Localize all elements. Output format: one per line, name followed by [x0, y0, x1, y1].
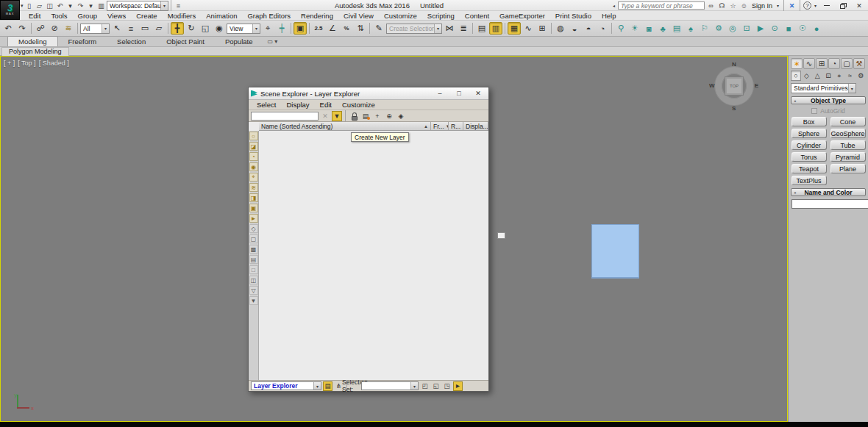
app-menu-chevron-icon[interactable]: ▾ — [21, 3, 24, 9]
restore-button[interactable] — [836, 1, 850, 10]
menubar-item-graph-editors[interactable]: Graph Editors — [242, 11, 296, 21]
menubar-item-edit[interactable]: Edit — [24, 11, 46, 21]
subcat-cameras[interactable]: ⊡ — [823, 71, 833, 81]
render-setup-icon[interactable]: ◒ — [568, 22, 581, 35]
chevron-down-icon[interactable]: ▾ — [160, 1, 168, 10]
lock-cell-editing-icon[interactable] — [349, 111, 359, 121]
application-button[interactable]: 3 MAX — [0, 0, 20, 20]
chevron-down-icon[interactable]: ▾ — [86, 1, 96, 10]
circle-icon[interactable]: ○ — [249, 132, 258, 140]
add-to-layer-icon[interactable]: + — [372, 111, 383, 121]
compass-south-label[interactable]: S — [732, 105, 736, 112]
plane-button[interactable]: Plane — [830, 164, 866, 173]
polygon-modeling-panel-tab[interactable]: Polygon Modeling — [1, 47, 69, 56]
sort-arrow-icon[interactable]: ▲ — [422, 124, 428, 129]
select-layer-objects-icon[interactable]: ◈ — [396, 111, 406, 121]
waves-icon[interactable]: ≋ — [249, 183, 258, 192]
viewport-general-menu[interactable]: [ + ] — [4, 60, 15, 67]
percent-snap-icon[interactable]: % — [340, 22, 353, 35]
panel-tab-modify[interactable]: ∿ — [803, 58, 815, 69]
split-icon[interactable]: ◫ — [249, 276, 258, 284]
compass-east-label[interactable]: E — [755, 82, 758, 89]
spinner-snap-icon[interactable]: ⇅ — [354, 22, 367, 35]
keyboard-override-icon[interactable]: ▣ — [294, 22, 307, 35]
gear-icon[interactable]: ⚙ — [712, 22, 725, 35]
eye-icon[interactable]: ☉ — [796, 22, 809, 35]
ribbon-tab-populate[interactable]: Populate — [215, 37, 263, 46]
selection-set-dropdown[interactable]: ▾ — [361, 381, 419, 390]
redo-icon[interactable]: ↷ — [15, 22, 29, 35]
diamond-icon[interactable]: ◇ — [249, 224, 258, 233]
box-icon[interactable]: □ — [249, 265, 258, 274]
chevron-down-icon[interactable]: ▾ — [313, 382, 321, 390]
trees-icon[interactable]: ♣ — [656, 22, 669, 35]
named-sets-dropdown[interactable]: Create Selection Se▾ — [386, 24, 442, 34]
chevron-down-icon[interactable]: ▾ — [434, 24, 441, 33]
search-flyout-icon[interactable]: ◂ — [611, 1, 616, 10]
sign-in-button[interactable]: Sign In — [750, 1, 774, 10]
rectangular-region-icon[interactable]: ▭ — [138, 22, 152, 35]
list-icon[interactable]: ▤ — [249, 255, 258, 264]
menubar-item-help[interactable]: Help — [597, 11, 622, 21]
geosphere-button[interactable]: GeoSphere — [830, 129, 866, 138]
save-file-icon[interactable]: ◫ — [45, 1, 54, 10]
object-type-rollout-header[interactable]: - Object Type — [791, 96, 866, 104]
tree-icon[interactable]: ♠ — [684, 22, 697, 35]
ribbon-tab-object-paint[interactable]: Object Paint — [156, 37, 215, 46]
curve-editor-icon[interactable]: ∿ — [522, 22, 535, 35]
viewport-pov-menu[interactable]: [ Top ] — [18, 60, 35, 67]
se-menu-customize[interactable]: Customize — [337, 101, 380, 109]
subtract-selection-set-icon[interactable]: ◱ — [431, 381, 441, 391]
explorer-category-dropdown[interactable]: Layer Explorer▾ — [251, 381, 321, 390]
menubar-item-print-studio[interactable]: Print Studio — [550, 11, 597, 21]
ribbon-overflow-icon[interactable]: ▭ ▾ — [263, 37, 282, 46]
ribbon-tab-selection[interactable]: Selection — [107, 37, 156, 46]
chevron-down-icon[interactable]: ▾ — [813, 1, 818, 10]
column-frozen[interactable]: Fr...▼ — [431, 122, 449, 130]
redo-icon[interactable]: ↷ — [76, 1, 85, 10]
dialog-titlebar[interactable]: Scene Explorer - Layer Explorer – □ ✕ — [249, 87, 488, 100]
sun-icon[interactable]: ☀ — [628, 22, 641, 35]
target-icon[interactable]: ◉ — [249, 162, 258, 171]
layers-icon[interactable]: ◪ — [249, 142, 258, 151]
menubar-item-tools[interactable]: Tools — [46, 11, 72, 21]
se-menu-display[interactable]: Display — [281, 101, 314, 109]
manage-layers-icon[interactable]: ▤ — [475, 22, 488, 35]
column-render[interactable]: R... — [449, 122, 463, 130]
floating-mini-toolbar[interactable] — [497, 232, 505, 239]
dialog-maximize-button[interactable]: □ — [451, 89, 467, 98]
snap-toggle-icon[interactable]: 2.5 — [312, 22, 325, 35]
select-and-move-icon[interactable]: ╋ — [171, 22, 184, 35]
render-production-icon[interactable]: ◔ — [596, 22, 609, 35]
user-icon[interactable]: ☺ — [739, 1, 749, 10]
page-icon[interactable]: ▢ — [249, 234, 258, 243]
undo-icon[interactable]: ↶ — [1, 22, 15, 35]
sphere-button[interactable]: Sphere — [791, 129, 827, 138]
column-display[interactable]: Displa... — [463, 122, 488, 130]
chevron-down-icon[interactable]: ▾ — [65, 1, 75, 10]
subcat-geometry[interactable]: ○ — [791, 71, 801, 81]
menubar-item-content[interactable]: Content — [460, 11, 494, 21]
scene-explorer-icon[interactable]: ▥ — [489, 22, 502, 35]
subcat-shapes[interactable]: ◇ — [802, 71, 812, 81]
grid-icon[interactable]: ▩ — [249, 245, 258, 254]
menubar-item-views[interactable]: Views — [102, 11, 131, 21]
help-icon[interactable]: ? — [803, 1, 811, 10]
project-folder-icon[interactable]: ▥ — [96, 1, 106, 10]
communication-center-icon[interactable]: ✕ — [787, 1, 797, 10]
select-object-icon[interactable]: ↖ — [110, 22, 124, 35]
panel-tab-motion[interactable]: ◔ — [828, 58, 840, 69]
reference-coordinate-dropdown[interactable]: View▾ — [227, 24, 260, 34]
column-name[interactable]: Name (Sorted Ascending)▲ — [259, 122, 431, 130]
subcat-helpers[interactable]: ⌖ — [834, 71, 844, 81]
layers-view-icon[interactable]: ▤ — [323, 381, 332, 391]
primitive-category-dropdown[interactable]: Standard Primitives ▾ — [791, 83, 856, 93]
cone-button[interactable]: Cone — [830, 117, 866, 126]
panel-tab-utilities[interactable]: ⚒ — [853, 58, 865, 69]
viewcube[interactable]: TOP N S W E — [711, 62, 758, 110]
panel-tab-create[interactable]: ∗ — [791, 58, 803, 69]
bulb-icon[interactable]: ⚲ — [614, 22, 627, 35]
box-object[interactable] — [591, 224, 639, 279]
ribbon-tab-modeling[interactable]: Modeling — [7, 36, 58, 46]
material-editor-icon[interactable]: ◍ — [554, 22, 567, 35]
